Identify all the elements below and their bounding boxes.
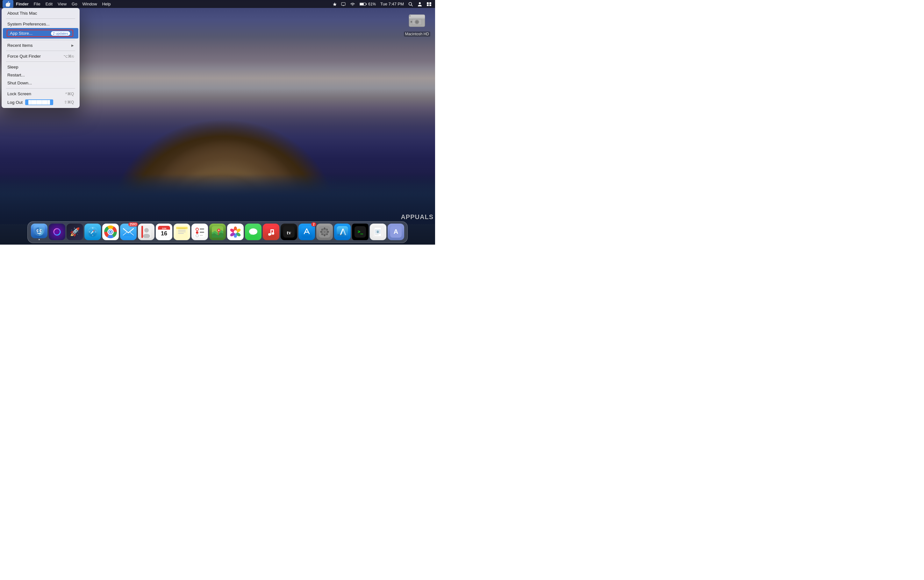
lock-screen-shortcut: ^⌘Q: [65, 92, 74, 96]
menubar-edit[interactable]: Edit: [43, 0, 55, 8]
menubar-right: 61% Tue 7:47 PM: [331, 2, 433, 7]
svg-point-43: [110, 231, 112, 233]
dock-item-misc[interactable]: A: [388, 224, 404, 240]
menu-shutdown[interactable]: Shut Down...: [3, 79, 78, 87]
svg-rect-111: [375, 234, 379, 235]
svg-point-6: [409, 15, 410, 16]
svg-rect-59: [178, 232, 186, 232]
menu-separator-2: [6, 40, 75, 40]
svg-text:>_: >_: [358, 229, 363, 234]
dock-item-safari[interactable]: N E S W: [84, 224, 101, 240]
macintosh-hd-desktop-icon[interactable]: Macintosh HD: [404, 11, 430, 36]
dock-item-terminal[interactable]: >_: [352, 224, 369, 240]
photos-dock-icon: [227, 224, 244, 240]
menu-restart[interactable]: Restart...: [3, 71, 78, 79]
svg-text:A: A: [394, 228, 398, 235]
menu-app-store[interactable]: App Store... 2 updates: [3, 28, 78, 38]
watermark: APPUALS: [401, 213, 433, 221]
menu-logout[interactable]: Log Out ████████ ⇧⌘Q: [3, 98, 78, 107]
svg-rect-93: [324, 227, 325, 229]
finder-icon: [31, 224, 48, 238]
svg-rect-19: [427, 5, 429, 6]
svg-rect-44: [123, 228, 134, 236]
misc-dock-icon: A: [388, 224, 404, 240]
dock-item-maps[interactable]: [209, 224, 226, 240]
dock-item-finder[interactable]: [31, 224, 48, 240]
contacts-dock-icon: [138, 224, 155, 240]
svg-rect-20: [429, 5, 431, 6]
wifi-icon[interactable]: [349, 2, 356, 6]
svg-point-49: [144, 228, 149, 232]
safari-dock-icon: N E S W: [84, 224, 101, 240]
reminders-dock-icon: [191, 224, 208, 240]
dock-item-system-prefs[interactable]: [316, 224, 333, 240]
app-store-badge: 2 updates: [51, 31, 70, 36]
xcode-dock-icon: [334, 224, 351, 240]
svg-point-26: [38, 230, 38, 231]
menu-separator-4: [6, 61, 75, 62]
svg-point-102: [323, 231, 326, 233]
monitor-icon[interactable]: [340, 2, 347, 6]
dock-item-tv[interactable]: tv: [281, 224, 297, 240]
lock-screen-label: Lock Screen: [7, 91, 31, 96]
mail-badge: 2593: [128, 222, 138, 226]
hd-icon-image: [406, 11, 428, 30]
siri-icon: [49, 224, 65, 240]
menubar-finder[interactable]: Finder: [13, 0, 31, 8]
menubar-left: Finder File Edit View Go Window Help: [3, 0, 113, 8]
datetime-display[interactable]: Tue 7:47 PM: [379, 2, 405, 7]
menu-system-preferences[interactable]: System Preferences...: [3, 20, 78, 28]
menubar-help[interactable]: Help: [100, 0, 114, 8]
hd-icon-label: Macintosh HD: [404, 31, 430, 36]
menu-about-this-mac[interactable]: About This Mac: [3, 9, 78, 17]
dock-item-siri[interactable]: [49, 224, 65, 240]
svg-rect-58: [178, 230, 186, 231]
user-icon[interactable]: [416, 2, 423, 7]
battery-indicator[interactable]: 61%: [358, 2, 377, 7]
svg-rect-87: [273, 229, 274, 234]
sleep-label: Sleep: [7, 65, 18, 69]
svg-point-27: [41, 230, 42, 231]
svg-point-110: [377, 231, 379, 233]
restart-label: Restart...: [7, 72, 25, 77]
dock-item-mail[interactable]: 2593: [120, 224, 137, 240]
dock-item-appstore[interactable]: 2: [298, 224, 315, 240]
search-icon[interactable]: [407, 2, 414, 7]
location-icon[interactable]: [331, 2, 338, 6]
menubar-view[interactable]: View: [55, 0, 69, 8]
menu-separator-5: [6, 88, 75, 89]
menu-lock-screen[interactable]: Lock Screen ^⌘Q: [3, 90, 78, 98]
menubar-file[interactable]: File: [31, 0, 43, 8]
dock-item-preview[interactable]: [370, 224, 386, 240]
svg-point-83: [268, 233, 271, 236]
appstore-dock-icon: 2: [298, 224, 315, 240]
dock-item-launchpad[interactable]: 🚀: [67, 224, 83, 240]
force-quit-shortcut: ⌥⌘⎋: [63, 54, 74, 59]
dock-item-music[interactable]: [263, 224, 279, 240]
dock-item-photos[interactable]: [227, 224, 244, 240]
dock-item-reminders[interactable]: [191, 224, 208, 240]
menubar-window[interactable]: Window: [80, 0, 99, 8]
menu-force-quit[interactable]: Force Quit Finder ⌥⌘⎋: [3, 52, 78, 60]
recent-items-chevron: ▶: [71, 44, 74, 47]
dock-item-contacts[interactable]: [138, 224, 155, 240]
svg-point-71: [218, 230, 219, 231]
menu-sleep[interactable]: Sleep: [3, 63, 78, 71]
menu-recent-items[interactable]: Recent Items ▶: [3, 41, 78, 49]
watermark-text: APPUALS: [401, 213, 433, 221]
svg-rect-68: [200, 235, 203, 236]
dock-item-xcode[interactable]: [334, 224, 351, 240]
force-quit-label: Force Quit Finder: [7, 54, 41, 59]
battery-percent: 61%: [368, 2, 376, 7]
notes-dock-icon: [174, 224, 190, 240]
svg-rect-95: [320, 231, 322, 232]
control-center-icon[interactable]: [425, 2, 433, 6]
about-this-mac-label: About This Mac: [7, 11, 37, 16]
dock-item-calendar[interactable]: 16 JUN: [156, 224, 172, 240]
apple-menu-trigger[interactable]: [3, 0, 13, 8]
dock-item-chrome[interactable]: [102, 224, 119, 240]
dock-item-messages[interactable]: [245, 224, 262, 240]
menubar-go[interactable]: Go: [69, 0, 80, 8]
music-dock-icon: [263, 224, 279, 240]
dock-item-notes[interactable]: [174, 224, 190, 240]
